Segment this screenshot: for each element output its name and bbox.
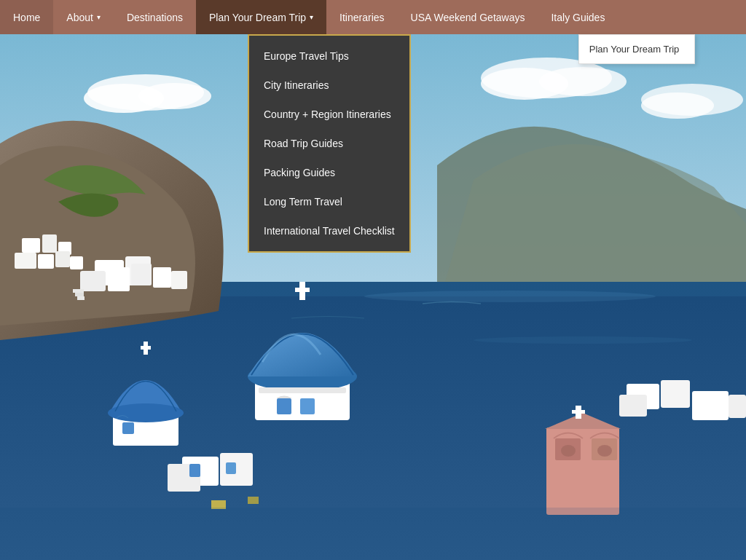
svg-rect-15 bbox=[42, 234, 57, 253]
svg-rect-59 bbox=[226, 462, 236, 474]
svg-rect-35 bbox=[259, 387, 346, 393]
svg-rect-23 bbox=[80, 271, 106, 291]
svg-rect-26 bbox=[153, 267, 171, 288]
svg-rect-53 bbox=[692, 391, 729, 420]
svg-point-46 bbox=[561, 445, 576, 457]
plan-dropdown-wrapper: Europe Travel Tips City Itineraries Coun… bbox=[248, 34, 411, 253]
main-nav: Home About ▾ Destinations Plan Your Drea… bbox=[0, 0, 746, 34]
secondary-plan-your-dream-trip[interactable]: Plan Your Dream Trip bbox=[579, 38, 694, 60]
svg-rect-51 bbox=[661, 380, 690, 408]
nav-itineraries[interactable]: Itineraries bbox=[326, 0, 397, 34]
dropdown-long-term-travel[interactable]: Long Term Travel bbox=[249, 187, 409, 216]
svg-rect-27 bbox=[171, 271, 187, 289]
svg-rect-24 bbox=[108, 267, 130, 291]
nav-plan-your-dream-trip[interactable]: Plan Your Dream Trip ▾ bbox=[196, 0, 326, 34]
dropdown-road-trip-guides[interactable]: Road Trip Guides bbox=[249, 129, 409, 158]
dropdown-europe-travel-tips[interactable]: Europe Travel Tips bbox=[249, 42, 409, 71]
svg-rect-37 bbox=[300, 398, 315, 414]
svg-rect-30 bbox=[77, 296, 85, 300]
svg-rect-19 bbox=[55, 251, 70, 267]
svg-point-12 bbox=[364, 291, 656, 302]
nav-usa-weekend-getaways[interactable]: USA Weekend Getaways bbox=[398, 0, 538, 34]
svg-rect-14 bbox=[22, 238, 40, 253]
svg-rect-56 bbox=[220, 453, 253, 486]
svg-rect-36 bbox=[277, 398, 291, 414]
svg-rect-42 bbox=[122, 422, 134, 434]
svg-rect-62 bbox=[0, 508, 746, 560]
dropdown-packing-guides[interactable]: Packing Guides bbox=[249, 158, 409, 187]
nav-home[interactable]: Home bbox=[0, 0, 53, 34]
svg-rect-18 bbox=[38, 254, 54, 269]
svg-point-13 bbox=[474, 336, 692, 344]
svg-rect-61 bbox=[248, 497, 259, 504]
svg-point-8 bbox=[641, 92, 714, 119]
svg-rect-54 bbox=[729, 395, 746, 418]
nav-about[interactable]: About ▾ bbox=[53, 0, 114, 34]
svg-rect-28 bbox=[73, 289, 84, 293]
svg-rect-41 bbox=[141, 346, 151, 350]
svg-rect-20 bbox=[70, 256, 83, 269]
svg-point-3 bbox=[138, 83, 211, 109]
svg-point-6 bbox=[539, 67, 627, 96]
nav-destinations[interactable]: Destinations bbox=[114, 0, 196, 34]
svg-rect-58 bbox=[189, 464, 200, 477]
svg-rect-34 bbox=[295, 288, 310, 292]
svg-rect-25 bbox=[131, 264, 152, 285]
svg-point-39 bbox=[108, 403, 184, 422]
chevron-down-icon: ▾ bbox=[310, 13, 313, 21]
svg-rect-29 bbox=[75, 293, 84, 296]
chevron-down-icon: ▾ bbox=[97, 13, 101, 21]
svg-rect-52 bbox=[619, 395, 647, 417]
svg-rect-17 bbox=[15, 253, 36, 269]
nav-italy-guides[interactable]: Italy Guides bbox=[538, 0, 618, 34]
dropdown-international-travel-checklist[interactable]: International Travel Checklist bbox=[249, 216, 409, 245]
dropdown-country-region-itineraries[interactable]: Country + Region Itineraries bbox=[249, 100, 409, 129]
itineraries-secondary-dropdown: Plan Your Dream Trip bbox=[578, 34, 695, 64]
svg-point-47 bbox=[597, 445, 612, 457]
svg-rect-49 bbox=[572, 410, 585, 414]
dropdown-city-itineraries[interactable]: City Itineraries bbox=[249, 71, 409, 100]
plan-dropdown-menu: Europe Travel Tips City Itineraries Coun… bbox=[248, 34, 411, 253]
